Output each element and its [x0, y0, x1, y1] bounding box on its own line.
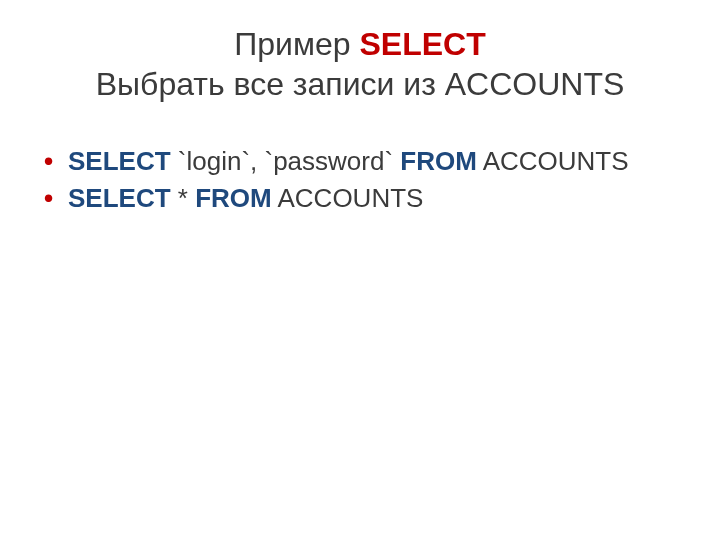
title-line1-keyword: SELECT: [359, 26, 485, 62]
title-line1-prefix: Пример: [234, 26, 359, 62]
sql-from-keyword: FROM: [195, 183, 272, 213]
list-item: • SELECT * FROM ACCOUNTS: [44, 181, 680, 216]
title-line2: Выбрать все записи из ACCOUNTS: [96, 66, 625, 102]
sql-select-keyword: SELECT: [68, 146, 171, 176]
sql-columns: `login`, `password`: [171, 146, 401, 176]
slide: Пример SELECT Выбрать все записи из ACCO…: [0, 0, 720, 540]
bullet-icon: •: [44, 144, 53, 179]
sql-select-keyword: SELECT: [68, 183, 171, 213]
sql-columns: *: [171, 183, 196, 213]
bullet-icon: •: [44, 181, 53, 216]
sql-from-keyword: FROM: [400, 146, 477, 176]
list-item: • SELECT `login`, `password` FROM ACCOUN…: [44, 144, 680, 179]
sql-table: ACCOUNTS: [272, 183, 424, 213]
sql-table: ACCOUNTS: [477, 146, 629, 176]
bullet-list: • SELECT `login`, `password` FROM ACCOUN…: [44, 144, 680, 216]
slide-title: Пример SELECT Выбрать все записи из ACCO…: [40, 24, 680, 104]
